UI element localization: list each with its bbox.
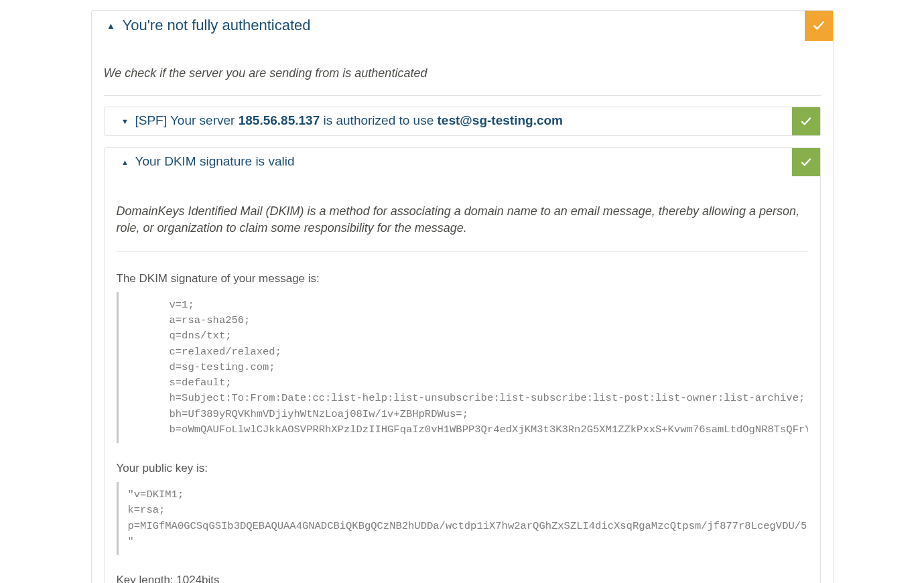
dkim-sig-block: v=1;a=rsa-sha256;q=dns/txt;c=relaxed/rel… [117,292,808,443]
status-warning-badge [805,11,833,41]
code-line: "v=DKIM1; [128,487,808,503]
code-line: a=rsa-sha256; [128,313,808,328]
spf-email: test@sg-testing.com [438,113,563,127]
spf-title: [SPF] Your server 185.56.85.137 is autho… [135,113,563,129]
code-line: h=Subject:To:From:Date:cc:list-help:list… [128,391,808,406]
spf-header[interactable]: ▼ [SPF] Your server 185.56.85.137 is aut… [105,107,820,135]
dkim-pubkey-label: Your public key is: [117,462,808,475]
chevron-up-icon: ▲ [107,21,116,32]
dkim-panel: ▲ Your DKIM signature is valid DomainKey… [104,147,821,583]
dkim-key-length: Key length: 1024bits [117,574,808,583]
chevron-up-icon: ▲ [121,157,130,167]
auth-main-header[interactable]: ▲ You're not fully authenticated [92,11,833,41]
dkim-sig-label: The DKIM signature of your message is: [117,272,808,285]
key-length-label: Key length: [117,574,177,583]
check-icon [812,19,826,32]
auth-main-body: We check if the server you are sending f… [92,41,833,583]
dkim-intro: DomainKeys Identified Mail (DKIM) is a m… [117,188,808,251]
code-line: q=dns/txt; [128,328,808,344]
spf-ip: 185.56.85.137 [239,113,320,127]
code-line: s=default; [128,375,808,391]
code-line: k=rsa; [128,503,808,518]
dkim-header[interactable]: ▲ Your DKIM signature is valid [105,148,820,176]
chevron-down-icon: ▼ [121,117,130,126]
dkim-body: DomainKeys Identified Mail (DKIM) is a m… [105,176,820,583]
auth-main-panel: ▲ You're not fully authenticated We chec… [91,10,834,583]
code-line: d=sg-testing.com; [128,360,808,375]
check-icon [800,156,812,168]
auth-main-title: You're not fully authenticated [123,16,311,36]
code-line: " [128,534,808,549]
code-line: v=1; [128,298,808,313]
spf-mid: is authorized to use [320,113,437,127]
spf-panel: ▼ [SPF] Your server 185.56.85.137 is aut… [104,107,821,136]
code-line: p=MIGfMA0GCSqGSIb3DQEBAQUAA4GNADCBiQKBgQ… [128,519,808,534]
check-icon [800,115,812,127]
code-line: c=relaxed/relaxed; [128,344,808,360]
divider [117,251,808,252]
code-line: bh=Uf389yRQVKhmVDjiyhWtNzLoaj08Iw/1v+ZBH… [128,407,808,422]
status-ok-badge [792,107,820,135]
dkim-title: Your DKIM signature is valid [135,153,295,170]
dkim-pubkey-block: "v=DKIM1;k=rsa;p=MIGfMA0GCSqGSIb3DQEBAQU… [117,482,808,555]
auth-main-intro: We check if the server you are sending f… [104,53,821,96]
spf-prefix: [SPF] Your server [135,113,239,127]
key-length-value: 1024bits [176,574,219,583]
code-line: b=oWmQAUFoLlwlCJkkAOSVPRRhXPzlDzIIHGFqaI… [128,422,808,438]
status-ok-badge [792,148,820,176]
